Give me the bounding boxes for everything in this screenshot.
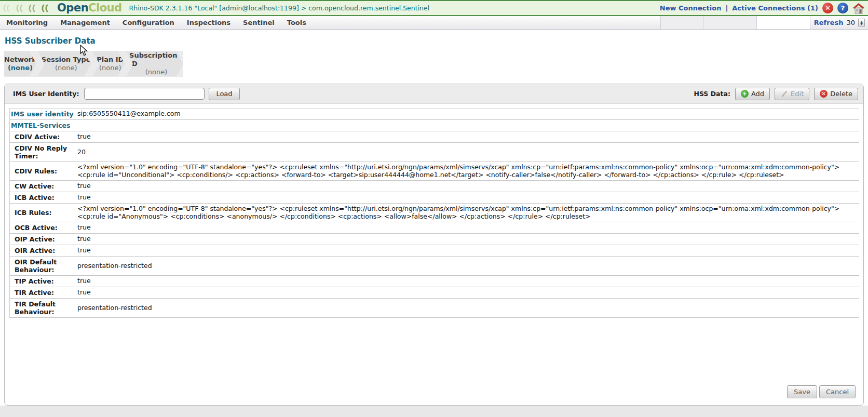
help-icon[interactable]: ? [837, 3, 848, 14]
menu-item-configuration[interactable]: Configuration [116, 19, 181, 26]
row-value: sip:6505550411@example.com [77, 110, 859, 118]
row-value: presentation-restricted [77, 262, 859, 270]
row-value: true [77, 194, 859, 201]
swoosh-icon [28, 4, 37, 12]
table-row: OCB Active: true [10, 222, 859, 234]
hss-subscriber-panel: IMS User Identity: Load HSS Data: + Add … [4, 84, 864, 406]
cancel-button[interactable]: Cancel [819, 385, 856, 398]
row-label: CW Active: [10, 182, 77, 190]
connection-title: Rhino-SDK 2.3.1.16 "Local" [admin@localh… [129, 4, 430, 12]
menu-item-monitoring[interactable]: Monitoring [0, 19, 54, 26]
row-label: TIR Active: [10, 289, 77, 297]
row-label: OCB Active: [10, 224, 77, 232]
row-value: true [77, 235, 859, 243]
row-label: CDIV No Reply Timer: [10, 144, 77, 160]
row-value: true [77, 133, 859, 141]
row-label: OIP Active: [10, 235, 77, 243]
row-value: 20 [77, 149, 859, 156]
load-button[interactable]: Load [209, 88, 239, 100]
refresh-interval-stepper[interactable]: ▲▼ [858, 19, 865, 26]
refresh-interval-value: 30 [846, 19, 855, 26]
table-row: CDIV Rules: <?xml version="1.0" encoding… [10, 162, 859, 181]
link-separator: | [725, 4, 728, 12]
table-row: ICB Active: true [10, 192, 859, 204]
new-connection-link[interactable]: New Connection [660, 4, 722, 12]
table-row: CDIV No Reply Timer: 20 [10, 143, 859, 162]
row-value: <?xml version="1.0" encoding="UTF-8" sta… [77, 164, 859, 179]
edit-pencil-icon [780, 90, 788, 98]
menu-item-sentinel[interactable]: Sentinel [237, 19, 281, 26]
add-plus-icon: + [741, 90, 749, 98]
table-row: OIR Default Behaviour: presentation-rest… [10, 257, 859, 276]
page-title: HSS Subscriber Data [5, 36, 868, 46]
table-row: ICB Rules: <?xml version="1.0" encoding=… [10, 204, 859, 222]
refresh-zone: Refresh 30 ▲▼ [810, 16, 868, 29]
ims-user-identity-input[interactable] [84, 88, 205, 100]
menu-item-management[interactable]: Management [54, 19, 116, 26]
save-button[interactable]: Save [787, 385, 817, 398]
wizard-step-plan-id[interactable]: Plan ID (none) [92, 51, 125, 76]
panel-footer: Save Cancel [5, 385, 863, 405]
table-row: CW Active: true [10, 181, 859, 192]
table-row: TIR Active: true [10, 287, 859, 299]
menu-item-inspections[interactable]: Inspections [181, 19, 237, 26]
table-row: TIP Active: true [10, 276, 859, 287]
home-icon[interactable] [852, 3, 865, 14]
row-label: TIR Default Behaviour: [10, 300, 77, 316]
row-label: CDIV Rules: [10, 167, 77, 175]
row-value: true [77, 224, 859, 232]
wizard-step-session-type[interactable]: Session Type (none) [38, 51, 91, 76]
row-label: OIR Default Behaviour: [10, 258, 77, 274]
row-value: true [77, 289, 859, 297]
row-label: OIR Active: [10, 247, 77, 254]
row-label: TIP Active: [10, 277, 77, 285]
panel-toolbar: IMS User Identity: Load HSS Data: + Add … [5, 84, 863, 104]
refresh-link[interactable]: Refresh [814, 19, 844, 26]
wizard-step-network[interactable]: Network (none) [4, 51, 36, 76]
table-section-row: MMTEL-Services [10, 120, 859, 131]
page-bottom-strip [0, 406, 868, 417]
hss-data-label: HSS Data: [694, 90, 730, 98]
row-label: ICB Rules: [10, 209, 77, 217]
row-value: true [77, 247, 859, 254]
row-value: <?xml version="1.0" encoding="UTF-8" sta… [77, 205, 859, 220]
swoosh-icon [3, 4, 12, 12]
menu-empty-cell [756, 16, 810, 29]
subscriber-data-table: IMS user identity sip:6505550411@example… [9, 108, 859, 318]
swoosh-icon [16, 4, 25, 12]
swoosh-icon [40, 4, 50, 12]
row-label: IMS user identity [10, 110, 77, 118]
table-row: IMS user identity sip:6505550411@example… [10, 108, 859, 120]
table-row: CDIV Active: true [10, 131, 859, 143]
edit-button[interactable]: Edit [775, 88, 809, 100]
logo-swoosh-icons [3, 4, 50, 12]
menu-empty-cell [703, 16, 756, 29]
header-bar: OpenCloud Rhino-SDK 2.3.1.16 "Local" [ad… [0, 0, 868, 16]
ims-user-identity-label: IMS User Identity: [13, 90, 79, 98]
app-window: OpenCloud Rhino-SDK 2.3.1.16 "Local" [ad… [0, 0, 868, 417]
menu-item-tools[interactable]: Tools [281, 19, 313, 26]
main-menu-bar: Monitoring Management Configuration Insp… [0, 16, 868, 30]
close-connection-icon[interactable]: ✕ [822, 3, 833, 14]
row-label: CDIV Active: [10, 133, 77, 141]
opencloud-logo: OpenCloud [57, 3, 122, 14]
table-row: OIP Active: true [10, 234, 859, 245]
row-value: true [77, 182, 859, 190]
scope-wizard-strip: Network (none) Session Type (none) Plan … [4, 51, 183, 77]
add-button[interactable]: + Add [735, 88, 770, 100]
row-value: presentation-restricted [77, 304, 859, 312]
row-label: ICB Active: [10, 194, 77, 201]
delete-x-icon: ✕ [820, 90, 828, 98]
table-row: OIR Active: true [10, 245, 859, 257]
menu-empty-cell [660, 16, 703, 29]
wizard-step-subscription-id[interactable]: Subscription ID (none) [126, 51, 183, 76]
delete-button[interactable]: ✕ Delete [814, 88, 858, 100]
row-value: true [77, 277, 859, 285]
table-row: TIR Default Behaviour: presentation-rest… [10, 299, 859, 318]
section-label: MMTEL-Services [10, 122, 71, 129]
active-connections-link[interactable]: Active Connections (1) [732, 4, 818, 12]
